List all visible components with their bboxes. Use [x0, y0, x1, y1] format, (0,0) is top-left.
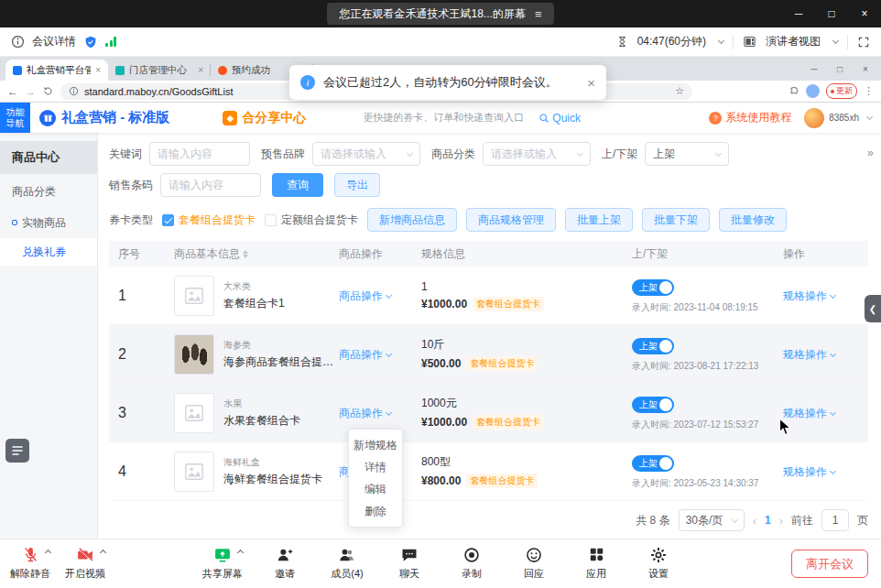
goto-label: 前往	[791, 513, 813, 528]
spec-op-dropdown[interactable]: 规格操作	[783, 464, 835, 480]
bookmark-star-icon[interactable]: ☆	[675, 85, 684, 97]
add-product-button[interactable]: 新增商品信息	[367, 208, 457, 232]
menu-item-add-spec[interactable]: 新增规格	[349, 434, 402, 456]
sidebar-item-product-category[interactable]: 商品分类	[0, 178, 97, 205]
menu-item-delete[interactable]: 删除	[349, 500, 402, 522]
onshelf-toggle[interactable]: 上架	[632, 455, 674, 472]
notification-text: 会议已超过2人，自动转为60分钟限时会议。	[323, 74, 558, 91]
onshelf-toggle[interactable]: 上架	[632, 338, 674, 354]
spec-manage-button[interactable]: 商品规格管理	[466, 208, 556, 232]
view-mode-label[interactable]: 演讲者视图	[766, 34, 821, 49]
share-screen-button[interactable]: 共享屏幕	[201, 545, 244, 581]
batch-offshelf-button[interactable]: 批量下架	[642, 208, 710, 232]
mic-options-caret-icon[interactable]	[45, 550, 51, 556]
barcode-input[interactable]	[160, 173, 261, 197]
unmute-button[interactable]: 解除静音	[9, 545, 51, 581]
collapse-panel-icon[interactable]: »	[867, 146, 874, 159]
user-menu[interactable]: 8385xh	[804, 108, 872, 128]
screen-watching-pill[interactable]: 您正在观看金禾通技术王斌18...的屏幕 ≡	[327, 3, 555, 25]
browser-maximize-button[interactable]: □	[828, 64, 852, 74]
view-dropdown-icon[interactable]	[832, 38, 839, 44]
function-nav-button[interactable]: 功能 导航	[0, 103, 30, 133]
checkbox-combo-card[interactable]: 套餐组合提货卡	[162, 212, 256, 228]
menu-item-detail[interactable]: 详情	[349, 456, 402, 478]
notification-close-icon[interactable]: ×	[587, 75, 595, 91]
record-button[interactable]: 录制	[451, 545, 493, 581]
sidebar-item-physical-goods[interactable]: 实物商品	[0, 209, 97, 236]
spec-op-dropdown[interactable]: 规格操作	[783, 406, 835, 421]
onshelf-toggle[interactable]: 上架	[632, 279, 674, 296]
share-options-caret-icon[interactable]	[237, 550, 244, 556]
brand-icon	[39, 110, 56, 126]
browser-update-badge[interactable]: 更新	[826, 83, 857, 99]
refresh-icon[interactable]	[42, 85, 54, 97]
page-size-select[interactable]: 30条/页	[679, 509, 745, 531]
timer-dropdown-icon[interactable]	[718, 38, 724, 44]
browser-minimize-button[interactable]: ─	[802, 64, 826, 74]
user-dropdown-icon	[866, 114, 873, 120]
members-button[interactable]: 成员(4)	[326, 545, 368, 581]
apps-button[interactable]: 应用	[575, 545, 617, 581]
product-op-dropdown[interactable]: 商品操作	[339, 347, 391, 363]
fullscreen-icon[interactable]	[857, 36, 870, 49]
maximize-button[interactable]: □	[815, 0, 848, 27]
browser-tab-gift-admin[interactable]: 礼盒营销平台管理中心 ×	[5, 60, 108, 81]
start-video-button[interactable]: 开启视频	[64, 545, 106, 581]
leave-meeting-button[interactable]: 离开会议	[791, 550, 868, 578]
sidebar-item-gift-coupon[interactable]: 兑换礼券	[0, 238, 97, 266]
batch-edit-button[interactable]: 批量修改	[719, 208, 787, 232]
current-page[interactable]: 1	[765, 514, 771, 527]
quick-search-link[interactable]: Quick	[538, 112, 581, 125]
hamburger-menu-icon[interactable]: ≡	[535, 7, 542, 21]
checkbox-fixed-card[interactable]: 定额组合提货卡	[265, 212, 358, 228]
product-op-dropdown-open[interactable]: 商品操作	[339, 406, 391, 421]
security-shield-icon[interactable]	[83, 35, 98, 49]
onshelf-toggle[interactable]: 上架	[632, 397, 674, 413]
forward-icon[interactable]: →	[25, 85, 36, 98]
spec-value: 10斤	[421, 337, 632, 353]
goto-page-input[interactable]	[821, 509, 849, 531]
brand-select[interactable]: 请选择或输入	[312, 142, 420, 166]
image-icon	[184, 462, 204, 482]
price: ¥800.00	[421, 474, 461, 487]
category-select[interactable]: 请选择或输入	[483, 142, 591, 166]
batch-onshelf-button[interactable]: 批量上架	[565, 208, 633, 232]
column-header-spec: 规格信息	[421, 246, 632, 262]
sort-icon[interactable]	[243, 250, 248, 258]
share-center-link[interactable]: ◆ 合分享中心	[223, 110, 306, 126]
next-page-icon[interactable]: ›	[779, 514, 783, 528]
minimize-button[interactable]: ─	[782, 0, 815, 27]
card-type-tag: 套餐组合提货卡	[473, 297, 544, 311]
keyword-input[interactable]	[149, 142, 250, 166]
task-list-float-button[interactable]	[5, 439, 29, 463]
browser-tab-store-admin[interactable]: 门店管理中心 ×	[108, 60, 211, 81]
prev-page-icon[interactable]: ‹	[753, 514, 756, 528]
browser-profile-avatar[interactable]	[806, 84, 820, 98]
meeting-details-label[interactable]: 会议详情	[32, 34, 76, 49]
site-info-icon[interactable]	[69, 86, 79, 96]
expand-panel-handle[interactable]: ❮	[865, 295, 881, 322]
export-button[interactable]: 导出	[334, 173, 380, 197]
spec-op-dropdown[interactable]: 规格操作	[783, 347, 835, 363]
shelf-select[interactable]: 上架	[645, 142, 729, 166]
close-button[interactable]: ×	[848, 0, 881, 27]
spec-op-dropdown[interactable]: 规格操作	[783, 289, 835, 304]
chat-button[interactable]: 聊天	[388, 545, 430, 581]
invite-button[interactable]: 邀请	[264, 545, 306, 581]
extensions-icon[interactable]	[789, 86, 799, 97]
browser-menu-icon[interactable]: ⋮	[864, 85, 874, 97]
reactions-button[interactable]: 回应	[513, 545, 555, 581]
column-header-info[interactable]: 商品基本信息	[174, 246, 339, 262]
product-name: 海参商品套餐组合提货卡	[223, 354, 339, 370]
product-name: 海鲜套餐组合提货卡	[223, 472, 322, 487]
tab-close-icon[interactable]: ×	[95, 65, 101, 75]
settings-button[interactable]: 设置	[637, 545, 680, 581]
video-options-caret-icon[interactable]	[100, 550, 106, 556]
menu-item-edit[interactable]: 编辑	[349, 478, 402, 500]
search-button[interactable]: 查询	[272, 173, 323, 197]
tab-close-icon[interactable]: ×	[198, 65, 203, 75]
tutorial-link[interactable]: ? 系统使用教程	[709, 110, 791, 125]
browser-close-button[interactable]: ×	[854, 64, 877, 74]
back-icon[interactable]: ←	[7, 85, 18, 98]
product-op-dropdown[interactable]: 商品操作	[339, 289, 391, 304]
